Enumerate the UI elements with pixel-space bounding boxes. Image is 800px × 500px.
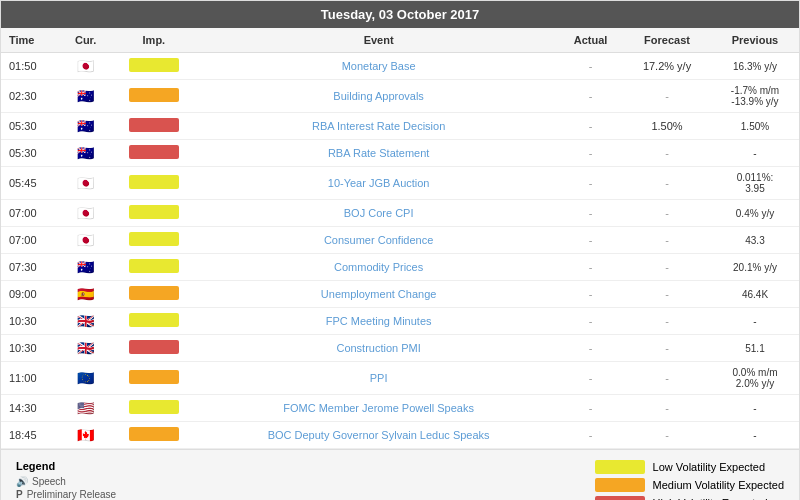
cell-time: 07:30 — [1, 254, 63, 281]
cell-forecast: - — [623, 335, 711, 362]
events-table: Time Cur. Imp. Event Actual Forecast Pre… — [1, 28, 799, 449]
cell-previous: 1.50% — [711, 113, 799, 140]
flag-icon: 🇺🇸 — [76, 401, 96, 415]
main-container: Tuesday, 03 October 2017 Time Cur. Imp. … — [0, 0, 800, 500]
cell-previous: 0.011%:3.95 — [711, 167, 799, 200]
flag-icon: 🇯🇵 — [76, 206, 96, 220]
cell-actual: - — [558, 80, 623, 113]
imp-bar — [129, 427, 179, 441]
col-previous: Previous — [711, 28, 799, 53]
imp-bar — [129, 370, 179, 384]
col-time: Time — [1, 28, 63, 53]
cell-flag: 🇬🇧 — [63, 335, 109, 362]
event-link[interactable]: 10-Year JGB Auction — [328, 177, 430, 189]
cell-previous: 0.0% m/m2.0% y/y — [711, 362, 799, 395]
cell-forecast: - — [623, 422, 711, 449]
table-row: 07:00 🇯🇵 BOJ Core CPI - - 0.4% y/y — [1, 200, 799, 227]
event-link[interactable]: RBA Interest Rate Decision — [312, 120, 445, 132]
cell-forecast: - — [623, 200, 711, 227]
cell-previous: 46.4K — [711, 281, 799, 308]
low-bar — [595, 460, 645, 474]
cell-actual: - — [558, 113, 623, 140]
cell-actual: - — [558, 422, 623, 449]
cell-actual: - — [558, 53, 623, 80]
cell-event: RBA Rate Statement — [199, 140, 558, 167]
cell-imp — [109, 308, 200, 335]
cell-flag: 🇦🇺 — [63, 140, 109, 167]
cell-event: RBA Interest Rate Decision — [199, 113, 558, 140]
event-link[interactable]: FOMC Member Jerome Powell Speaks — [283, 402, 474, 414]
cell-time: 05:30 — [1, 140, 63, 167]
event-link[interactable]: PPI — [370, 372, 388, 384]
table-row: 11:00 🇪🇺 PPI - - 0.0% m/m2.0% y/y — [1, 362, 799, 395]
cell-flag: 🇯🇵 — [63, 200, 109, 227]
cell-event: Unemployment Change — [199, 281, 558, 308]
cell-imp — [109, 362, 200, 395]
event-link[interactable]: BOJ Core CPI — [344, 207, 414, 219]
imp-bar — [129, 118, 179, 132]
cell-previous: 16.3% y/y — [711, 53, 799, 80]
table-row: 05:30 🇦🇺 RBA Interest Rate Decision - 1.… — [1, 113, 799, 140]
legend-low: Low Volatility Expected — [595, 460, 784, 474]
table-row: 10:30 🇬🇧 Construction PMI - - 51.1 — [1, 335, 799, 362]
cell-flag: 🇬🇧 — [63, 308, 109, 335]
event-link[interactable]: Building Approvals — [333, 90, 424, 102]
flag-icon: 🇦🇺 — [76, 146, 96, 160]
high-bar — [595, 496, 645, 500]
cell-forecast: - — [623, 395, 711, 422]
cell-previous: -1.7% m/m -13.9% y/y — [711, 80, 799, 113]
flag-icon: 🇦🇺 — [76, 89, 96, 103]
imp-bar — [129, 340, 179, 354]
cell-event: Monetary Base — [199, 53, 558, 80]
cell-flag: 🇯🇵 — [63, 227, 109, 254]
cell-imp — [109, 80, 200, 113]
cell-time: 01:50 — [1, 53, 63, 80]
legend-preliminary: P Preliminary Release — [16, 489, 156, 500]
speech-icon: 🔊 — [16, 476, 28, 487]
cell-previous: 0.4% y/y — [711, 200, 799, 227]
cell-actual: - — [558, 167, 623, 200]
flag-icon: 🇯🇵 — [76, 233, 96, 247]
cell-actual: - — [558, 254, 623, 281]
event-link[interactable]: Monetary Base — [342, 60, 416, 72]
cell-forecast: - — [623, 281, 711, 308]
cell-forecast: - — [623, 80, 711, 113]
table-body: 01:50 🇯🇵 Monetary Base - 17.2% y/y 16.3%… — [1, 53, 799, 449]
cell-actual: - — [558, 308, 623, 335]
cell-event: BOC Deputy Governor Sylvain Leduc Speaks — [199, 422, 558, 449]
table-row: 01:50 🇯🇵 Monetary Base - 17.2% y/y 16.3%… — [1, 53, 799, 80]
cell-event: BOJ Core CPI — [199, 200, 558, 227]
imp-bar — [129, 145, 179, 159]
cell-forecast: - — [623, 167, 711, 200]
cell-time: 07:00 — [1, 200, 63, 227]
cell-flag: 🇦🇺 — [63, 254, 109, 281]
event-link[interactable]: Commodity Prices — [334, 261, 423, 273]
cell-actual: - — [558, 140, 623, 167]
cell-flag: 🇪🇺 — [63, 362, 109, 395]
imp-bar — [129, 286, 179, 300]
event-link[interactable]: Construction PMI — [336, 342, 420, 354]
flag-icon: 🇬🇧 — [76, 341, 96, 355]
imp-bar — [129, 175, 179, 189]
cell-event: Construction PMI — [199, 335, 558, 362]
table-row: 09:00 🇪🇸 Unemployment Change - - 46.4K — [1, 281, 799, 308]
cell-previous: - — [711, 308, 799, 335]
event-link[interactable]: RBA Rate Statement — [328, 147, 430, 159]
flag-icon: 🇦🇺 — [76, 260, 96, 274]
col-imp: Imp. — [109, 28, 200, 53]
legend-right: Low Volatility Expected Medium Volatilit… — [595, 460, 784, 500]
event-link[interactable]: Consumer Confidence — [324, 234, 433, 246]
table-row: 05:45 🇯🇵 10-Year JGB Auction - - 0.011%:… — [1, 167, 799, 200]
event-link[interactable]: Unemployment Change — [321, 288, 437, 300]
med-label: Medium Volatility Expected — [653, 479, 784, 491]
cell-forecast: - — [623, 227, 711, 254]
cell-time: 11:00 — [1, 362, 63, 395]
cell-event: Building Approvals — [199, 80, 558, 113]
cell-event: FPC Meeting Minutes — [199, 308, 558, 335]
event-link[interactable]: FPC Meeting Minutes — [326, 315, 432, 327]
flag-icon: 🇪🇸 — [76, 287, 96, 301]
cell-actual: - — [558, 335, 623, 362]
cell-flag: 🇺🇸 — [63, 395, 109, 422]
event-link[interactable]: BOC Deputy Governor Sylvain Leduc Speaks — [268, 429, 490, 441]
cell-imp — [109, 113, 200, 140]
